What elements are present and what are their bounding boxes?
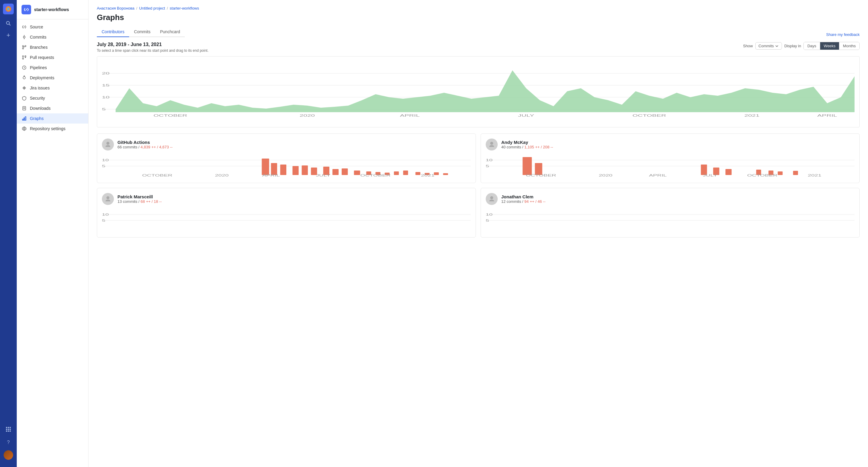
- sidebar-item-pull-requests[interactable]: Pull requests: [17, 52, 88, 62]
- downloads-icon: [22, 106, 27, 111]
- jira-issues-icon: [22, 85, 27, 91]
- show-label: Show: [743, 44, 753, 48]
- sidebar-item-deployments[interactable]: Deployments: [17, 73, 88, 83]
- svg-point-3: [7, 22, 9, 25]
- svg-text:15: 15: [102, 84, 110, 87]
- tab-punchcard[interactable]: Punchcard: [155, 27, 185, 37]
- show-dropdown[interactable]: Commits: [755, 42, 782, 50]
- svg-text:APRIL: APRIL: [262, 174, 280, 177]
- svg-rect-34: [23, 119, 23, 120]
- svg-line-4: [9, 24, 11, 26]
- svg-text:OCTOBER: OCTOBER: [526, 174, 556, 177]
- contrib-commits-2: 13 commits /: [118, 199, 141, 204]
- downloads-label: Downloads: [30, 106, 51, 111]
- main-content: Анастасия Воронова / Untitled project / …: [89, 0, 868, 467]
- sidebar-item-pipelines[interactable]: Pipelines: [17, 62, 88, 73]
- contrib-additions-2: 68 ++ /: [141, 199, 154, 204]
- svg-text:OCTOBER: OCTOBER: [632, 114, 666, 117]
- contrib-deletions-2: 18 --: [154, 199, 162, 204]
- contrib-chart-0: 5 10: [102, 154, 471, 178]
- sidebar-item-security[interactable]: Security: [17, 93, 88, 103]
- user-avatar[interactable]: [4, 450, 13, 460]
- contrib-additions-1: 1,105 ++ /: [524, 145, 543, 149]
- deployments-icon: [22, 75, 27, 81]
- graphs-icon: [22, 116, 27, 121]
- svg-line-15: [24, 26, 25, 28]
- svg-rect-73: [415, 172, 420, 175]
- breadcrumb-project[interactable]: Untitled project: [139, 6, 165, 10]
- share-feedback-link[interactable]: Share my feedback: [826, 32, 860, 37]
- display-months-button[interactable]: Months: [839, 42, 859, 50]
- svg-text:OCTOBER: OCTOBER: [747, 174, 777, 177]
- svg-rect-62: [302, 166, 308, 175]
- waffle-menu[interactable]: [3, 424, 14, 435]
- svg-rect-6: [8, 427, 9, 428]
- svg-rect-76: [443, 173, 448, 175]
- security-icon: [22, 95, 27, 101]
- sidebar-item-jira-issues[interactable]: Jira issues: [17, 83, 88, 93]
- sidebar-item-commits[interactable]: Commits: [17, 32, 88, 42]
- svg-rect-96: [793, 171, 798, 175]
- contrib-name-3: Jonathan Clem: [501, 194, 546, 199]
- svg-rect-89: [535, 163, 542, 175]
- svg-point-29: [23, 77, 25, 79]
- breadcrumb-user[interactable]: Анастасия Воронова: [97, 6, 134, 10]
- breadcrumb-repo[interactable]: starter-workflows: [170, 6, 199, 10]
- help-button[interactable]: ?: [3, 437, 14, 448]
- svg-rect-7: [9, 427, 11, 428]
- add-button[interactable]: +: [3, 30, 14, 41]
- svg-text:2020: 2020: [599, 174, 613, 177]
- svg-rect-61: [292, 166, 299, 175]
- app-logo[interactable]: [3, 4, 14, 14]
- svg-rect-35: [24, 118, 25, 120]
- svg-text:JULY: JULY: [703, 174, 717, 177]
- contributor-header-3: Jonathan Clem 12 commits / 94 ++ / 46 --: [486, 193, 855, 205]
- contrib-info-1: Andy McKay 40 commits / 1,105 ++ / 208 -…: [501, 140, 553, 149]
- svg-point-108: [490, 196, 493, 199]
- pull-requests-label: Pull requests: [30, 55, 54, 60]
- svg-text:10: 10: [102, 213, 109, 216]
- display-days-button[interactable]: Days: [804, 42, 820, 50]
- sidebar-item-graphs[interactable]: Graphs: [17, 113, 88, 123]
- pipelines-label: Pipelines: [30, 65, 47, 70]
- svg-text:10: 10: [102, 96, 110, 99]
- source-label: Source: [30, 25, 43, 29]
- contributor-header-2: Patrick Marsceill 13 commits / 68 ++ / 1…: [102, 193, 471, 205]
- svg-text:10: 10: [486, 158, 493, 162]
- sidebar-item-downloads[interactable]: Downloads: [17, 103, 88, 113]
- svg-text:5: 5: [102, 219, 105, 222]
- svg-point-103: [106, 196, 110, 199]
- svg-rect-67: [354, 171, 360, 175]
- icon-bar: + ?: [0, 0, 17, 467]
- breadcrumb-sep2: /: [167, 6, 168, 10]
- sidebar-item-repository-settings[interactable]: Repository settings: [17, 123, 88, 134]
- svg-text:20: 20: [102, 72, 110, 75]
- commits-icon: [22, 34, 27, 40]
- sidebar-item-source[interactable]: Source: [17, 22, 88, 32]
- display-weeks-button[interactable]: Weeks: [820, 42, 840, 50]
- tabs: Contributors Commits Punchcard: [97, 27, 185, 37]
- svg-rect-59: [271, 163, 277, 175]
- search-button[interactable]: [3, 18, 14, 29]
- branches-label: Branches: [30, 45, 48, 50]
- tab-commits[interactable]: Commits: [129, 27, 155, 37]
- contrib-commits-0: 66 commits /: [118, 145, 141, 149]
- pipelines-icon: [22, 65, 27, 70]
- svg-point-37: [24, 128, 25, 129]
- tabs-row: Contributors Commits Punchcard Share my …: [97, 27, 860, 42]
- commits-label: Commits: [30, 35, 46, 39]
- contrib-info-3: Jonathan Clem 12 commits / 94 ++ / 46 --: [501, 194, 546, 204]
- sidebar-item-branches[interactable]: Branches: [17, 42, 88, 52]
- svg-point-2: [7, 8, 9, 10]
- svg-text:10: 10: [102, 158, 109, 162]
- main-chart-svg: 5 10 15 20 OCTOBER 2020 APRIL JULY OCTOB…: [102, 61, 855, 121]
- branches-icon: [22, 45, 27, 50]
- svg-rect-31: [23, 107, 26, 110]
- repo-name: starter-workflows: [34, 7, 69, 12]
- svg-text:2021: 2021: [744, 114, 760, 117]
- tab-contributors[interactable]: Contributors: [97, 27, 129, 37]
- svg-text:10: 10: [486, 213, 493, 216]
- chevron-down-icon: [775, 44, 779, 48]
- contrib-stats-0: 66 commits / 4,839 ++ / 4,673 --: [118, 145, 173, 149]
- contributor-header-1: Andy McKay 40 commits / 1,105 ++ / 208 -…: [486, 139, 855, 150]
